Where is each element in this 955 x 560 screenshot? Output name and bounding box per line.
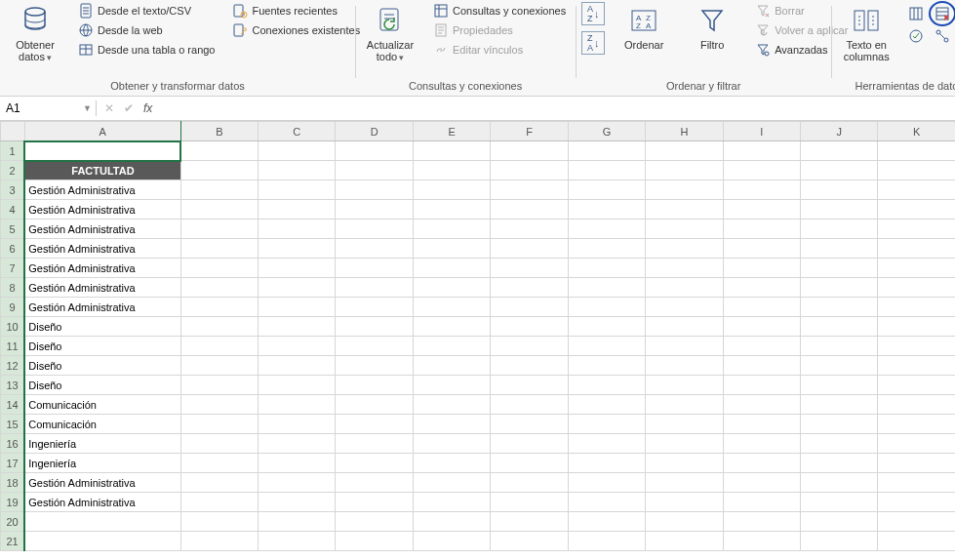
- cell-A19[interactable]: Gestión Administrativa: [24, 493, 180, 512]
- cell-F7[interactable]: [491, 259, 568, 278]
- cell-G17[interactable]: [568, 454, 645, 473]
- cell-F6[interactable]: [491, 239, 568, 259]
- column-header-C[interactable]: C: [259, 122, 336, 141]
- cell-B3[interactable]: [180, 180, 258, 200]
- cell-F5[interactable]: [491, 220, 568, 239]
- row-header-4[interactable]: 4: [1, 200, 25, 220]
- name-box[interactable]: ▼: [0, 100, 97, 116]
- cell-A10[interactable]: Diseño: [24, 317, 180, 337]
- cell-H19[interactable]: [646, 493, 723, 512]
- cell-D13[interactable]: [336, 376, 413, 395]
- cell-G18[interactable]: [568, 473, 645, 493]
- cell-I21[interactable]: [723, 532, 800, 551]
- cell-A15[interactable]: Comunicación: [24, 415, 180, 434]
- cell-B20[interactable]: [180, 512, 258, 532]
- cell-B6[interactable]: [180, 239, 258, 259]
- cell-E5[interactable]: [413, 220, 490, 239]
- cell-D5[interactable]: [336, 220, 413, 239]
- sort-desc-button[interactable]: ZA↓: [581, 31, 605, 55]
- cell-K18[interactable]: [878, 473, 955, 493]
- cell-C10[interactable]: [259, 317, 336, 337]
- column-header-J[interactable]: J: [801, 122, 878, 141]
- cell-C9[interactable]: [259, 298, 336, 317]
- cell-F13[interactable]: [491, 376, 568, 395]
- cell-E13[interactable]: [413, 376, 490, 395]
- obtener-datos-button[interactable]: Obtenerdatos: [6, 2, 64, 65]
- cell-C4[interactable]: [259, 200, 336, 220]
- cell-A16[interactable]: Ingeniería: [24, 434, 180, 454]
- cell-I12[interactable]: [723, 356, 800, 376]
- cell-A17[interactable]: Ingeniería: [24, 454, 180, 473]
- column-header-K[interactable]: K: [878, 122, 955, 141]
- cell-H6[interactable]: [646, 239, 723, 259]
- row-header-18[interactable]: 18: [1, 473, 25, 493]
- cell-D10[interactable]: [336, 317, 413, 337]
- cell-C20[interactable]: [259, 512, 336, 532]
- cell-K20[interactable]: [878, 512, 955, 532]
- relationships-icon[interactable]: [932, 26, 953, 46]
- cell-G2[interactable]: [568, 161, 645, 180]
- cell-H15[interactable]: [646, 415, 723, 434]
- cell-E8[interactable]: [413, 278, 490, 298]
- cell-I15[interactable]: [723, 415, 800, 434]
- row-header-11[interactable]: 11: [1, 337, 25, 356]
- cell-K13[interactable]: [878, 376, 955, 395]
- cell-I5[interactable]: [723, 220, 800, 239]
- cell-I16[interactable]: [723, 434, 800, 454]
- cell-A11[interactable]: Diseño: [24, 337, 180, 356]
- column-header-H[interactable]: H: [646, 122, 723, 141]
- cell-D16[interactable]: [336, 434, 413, 454]
- cell-A12[interactable]: Diseño: [24, 356, 180, 376]
- cell-D6[interactable]: [336, 239, 413, 259]
- cell-A21[interactable]: [24, 532, 180, 551]
- cell-H14[interactable]: [646, 395, 723, 415]
- cell-J6[interactable]: [801, 239, 878, 259]
- cell-J15[interactable]: [801, 415, 878, 434]
- cell-I11[interactable]: [723, 337, 800, 356]
- cell-K10[interactable]: [878, 317, 955, 337]
- cell-C19[interactable]: [259, 493, 336, 512]
- row-header-17[interactable]: 17: [1, 454, 25, 473]
- column-header-A[interactable]: A: [24, 122, 180, 141]
- cell-J8[interactable]: [801, 278, 878, 298]
- cell-J21[interactable]: [801, 532, 878, 551]
- consultas-conexiones-button[interactable]: Consultas y conexiones: [429, 2, 570, 20]
- cell-J16[interactable]: [801, 434, 878, 454]
- cell-E14[interactable]: [413, 395, 490, 415]
- cell-G4[interactable]: [568, 200, 645, 220]
- cell-B5[interactable]: [180, 220, 258, 239]
- cell-K4[interactable]: [878, 200, 955, 220]
- cell-F20[interactable]: [491, 512, 568, 532]
- cell-C8[interactable]: [259, 278, 336, 298]
- cell-I2[interactable]: [723, 161, 800, 180]
- cell-H7[interactable]: [646, 259, 723, 278]
- cell-F10[interactable]: [491, 317, 568, 337]
- cell-E7[interactable]: [413, 259, 490, 278]
- cell-H2[interactable]: [646, 161, 723, 180]
- cell-D21[interactable]: [336, 532, 413, 551]
- cell-C7[interactable]: [259, 259, 336, 278]
- cell-C3[interactable]: [259, 180, 336, 200]
- cell-H1[interactable]: [646, 141, 723, 161]
- cell-A2[interactable]: FACTULTAD: [24, 161, 180, 180]
- worksheet-grid[interactable]: ABCDEFGHIJK 12FACTULTAD3Gestión Administ…: [0, 121, 955, 560]
- cell-C14[interactable]: [259, 395, 336, 415]
- cell-K1[interactable]: [878, 141, 955, 161]
- sort-asc-button[interactable]: AZ↓: [581, 2, 605, 25]
- cell-I13[interactable]: [723, 376, 800, 395]
- cell-D19[interactable]: [336, 493, 413, 512]
- cell-G3[interactable]: [568, 180, 645, 200]
- cell-B11[interactable]: [180, 337, 258, 356]
- cell-J13[interactable]: [801, 376, 878, 395]
- cell-A13[interactable]: Diseño: [24, 376, 180, 395]
- fx-icon[interactable]: fx: [143, 101, 152, 115]
- desde-tabla-button[interactable]: Desde una tabla o rango: [74, 41, 219, 59]
- cell-G10[interactable]: [568, 317, 645, 337]
- cell-I20[interactable]: [723, 512, 800, 532]
- cell-A8[interactable]: Gestión Administrativa: [24, 278, 180, 298]
- cell-D20[interactable]: [336, 512, 413, 532]
- cell-A7[interactable]: Gestión Administrativa: [24, 259, 180, 278]
- actualizar-todo-button[interactable]: Actualizartodo: [361, 2, 419, 65]
- propiedades-button[interactable]: Propiedades: [429, 21, 570, 39]
- conexiones-existentes-button[interactable]: Conexiones existentes: [228, 21, 364, 39]
